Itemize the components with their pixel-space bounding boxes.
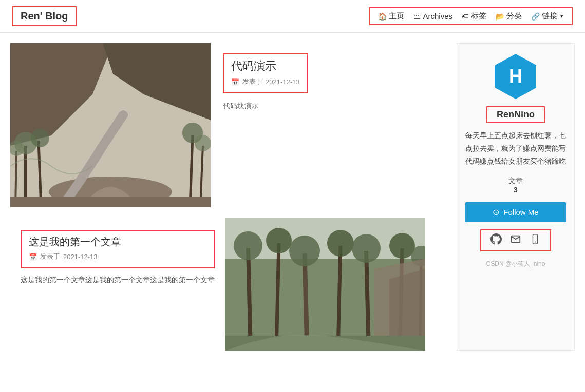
main-container: 代码演示 📅 发表于 2021-12-13 代码块演示 这是我的第一个文章 📅 — [0, 33, 585, 351]
svg-line-21 — [338, 246, 341, 351]
avatar-letter: H — [509, 66, 522, 87]
nav-tags-label: 标签 — [471, 11, 486, 21]
post-2-image-svg — [225, 218, 425, 351]
svg-point-29 — [352, 234, 381, 263]
svg-point-27 — [289, 236, 320, 266]
github-btn-icon: ⊙ — [493, 207, 499, 217]
nav-links-label: 链接 — [542, 11, 557, 21]
follow-button[interactable]: ⊙ Follow Me — [465, 202, 566, 222]
post-1-excerpt: 代码块演示 — [223, 102, 308, 111]
post-1-date-prefix: 发表于 — [242, 77, 262, 86]
posts-area: 代码演示 📅 发表于 2021-12-13 代码块演示 这是我的第一个文章 📅 — [10, 43, 446, 351]
post-2-image — [225, 218, 425, 351]
sidebar-avatar: H — [495, 54, 536, 99]
links-icon: 🔗 — [531, 12, 540, 21]
categories-icon: 📂 — [496, 12, 504, 21]
header: Ren' Blog 🏠 主页 🗃 Archives 🏷 标签 📂 分类 🔗 链接… — [0, 0, 585, 33]
nav-archives-label: Archives — [423, 12, 452, 21]
post-2-meta: 📅 发表于 2021-12-13 — [29, 252, 206, 261]
site-logo[interactable]: Ren' Blog — [12, 6, 77, 26]
svg-point-10 — [31, 129, 49, 147]
sidebar-credit: CSDN @小蓝人_nino — [486, 260, 545, 268]
svg-point-36 — [535, 241, 536, 242]
calendar-icon-1: 📅 — [231, 78, 239, 86]
follow-label: Follow Me — [503, 208, 538, 217]
sidebar-bio: 每天早上五点起床去刨红薯，七点拉去卖，就为了赚点网费能写代码赚点钱给女朋友买个猪… — [465, 129, 566, 168]
avatar-hexagon: H — [495, 54, 536, 99]
svg-point-28 — [327, 230, 354, 257]
svg-line-19 — [276, 243, 279, 351]
nav-archives[interactable]: 🗃 Archives — [413, 12, 452, 21]
github-social-icon[interactable] — [490, 233, 502, 247]
nav-categories-label: 分类 — [506, 11, 522, 21]
svg-point-25 — [234, 231, 262, 260]
post-1-meta: 📅 发表于 2021-12-13 — [231, 77, 300, 86]
dropdown-arrow-icon: ▾ — [560, 13, 563, 19]
main-nav: 🏠 主页 🗃 Archives 🏷 标签 📂 分类 🔗 链接 ▾ — [369, 7, 573, 25]
post-1-title-box: 代码演示 📅 发表于 2021-12-13 — [223, 53, 308, 93]
post-card-1: 代码演示 📅 发表于 2021-12-13 代码块演示 — [10, 43, 446, 207]
tags-icon: 🏷 — [462, 12, 469, 21]
sidebar-name[interactable]: RenNino — [486, 106, 545, 123]
nav-links[interactable]: 🔗 链接 ▾ — [531, 11, 563, 21]
archives-icon: 🗃 — [413, 12, 421, 21]
post-1-image — [10, 43, 211, 207]
nav-tags[interactable]: 🏷 标签 — [462, 11, 486, 21]
svg-point-26 — [266, 228, 292, 253]
post-2-excerpt: 这是我的第一个文章这是我的第一个文章这是我的第一个文章 — [21, 276, 215, 285]
post-2-date: 2021-12-13 — [63, 253, 98, 261]
calendar-icon-2: 📅 — [29, 253, 37, 261]
post-2-date-prefix: 发表于 — [40, 252, 60, 261]
stats-label: 文章 — [508, 177, 523, 186]
sidebar: H RenNino 每天早上五点起床去刨红薯，七点拉去卖，就为了赚点网费能写代码… — [457, 43, 575, 351]
social-icons-row — [480, 229, 551, 251]
mobile-social-icon[interactable] — [530, 233, 541, 247]
post-1-title[interactable]: 代码演示 — [231, 58, 300, 74]
stats-value: 3 — [508, 186, 523, 194]
home-icon: 🏠 — [378, 12, 387, 21]
email-social-icon[interactable] — [510, 233, 521, 247]
post-2-title-box: 这是我的第一个文章 📅 发表于 2021-12-13 — [21, 230, 215, 268]
post-1-content: 代码演示 📅 发表于 2021-12-13 代码块演示 — [211, 43, 320, 207]
svg-point-13 — [195, 135, 211, 151]
post-card-2: 这是我的第一个文章 📅 发表于 2021-12-13 这是我的第一个文章这是我的… — [10, 218, 446, 351]
post-1-image-svg — [10, 43, 211, 207]
nav-categories[interactable]: 📂 分类 — [496, 11, 522, 21]
post-2-title[interactable]: 这是我的第一个文章 — [29, 235, 206, 249]
post-2-content: 这是我的第一个文章 📅 发表于 2021-12-13 这是我的第一个文章这是我的… — [10, 218, 225, 351]
svg-rect-14 — [10, 197, 211, 207]
nav-home-label: 主页 — [389, 11, 404, 21]
nav-home[interactable]: 🏠 主页 — [378, 11, 404, 21]
post-1-date: 2021-12-13 — [266, 78, 300, 86]
sidebar-stats: 文章 3 — [508, 177, 523, 194]
